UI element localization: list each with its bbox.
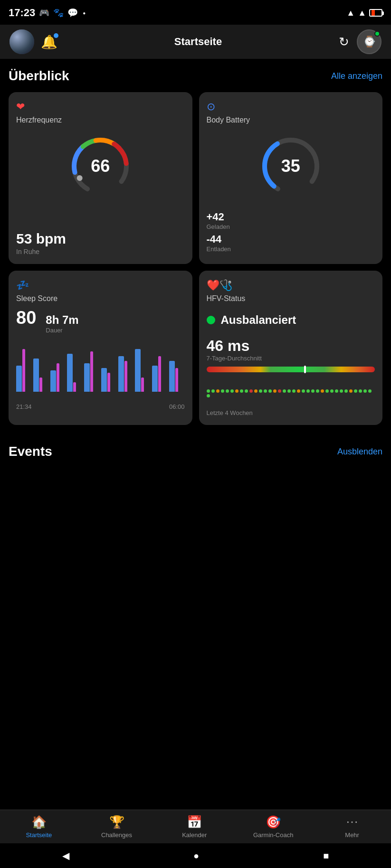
battery-label: Body Battery [207,116,375,124]
hfv-dot [287,389,291,393]
hfv-dot [226,389,229,393]
nav-label-garmin-coach: Garmin-Coach [253,831,294,839]
battery-icon-row: ⊙ [207,101,375,113]
watch-avatar[interactable]: ⌚ [357,29,381,54]
hfv-dot [292,389,296,393]
watch-online-dot [374,31,380,37]
hfv-dot [235,389,238,393]
sleep-bar-magenta [39,377,42,392]
wifi-icon: ▲ [346,8,355,18]
sleep-bar-blue [16,366,22,392]
events-title: Events [9,444,52,459]
hfv-dot [283,389,286,393]
mehr-icon: ⋯ [346,815,358,830]
hfv-dot [273,389,277,393]
sleep-card[interactable]: 💤 Sleep Score 80 8h 7m Dauer 21:34 06:00 [9,271,192,425]
sleep-duration-value: 8h 7m [46,313,78,327]
herz-main-value: 53 bpm [16,231,185,247]
android-recent-btn[interactable]: ■ [323,850,329,861]
charged-value: +42 [207,211,375,223]
nav-item-kalender[interactable]: 📅 Kalender [175,815,213,839]
bell-wrapper[interactable]: 🔔 [41,34,57,50]
sleep-bar-blue [169,361,175,392]
sleep-label: Sleep Score [16,294,185,303]
sleep-bar-group [50,363,66,392]
events-header: Events Ausblenden [0,444,391,459]
nav-item-startseite[interactable]: 🏠 Startseite [20,815,58,839]
hfv-status-text: Ausbalanciert [221,313,296,327]
hfv-status-row: Ausbalanciert [207,313,375,327]
nav-item-challenges[interactable]: 🏆 Challenges [98,815,136,839]
challenges-icon: 🏆 [109,815,124,830]
hfv-dot [306,389,310,393]
body-battery-icon: ⊙ [207,101,215,113]
sleep-bar-magenta [57,363,59,392]
hfv-dot [245,389,248,393]
hfv-icon-row: ❤‍🩺 [207,279,375,292]
hfv-dot [221,389,224,393]
overview-header: Überblick Alle anzeigen [9,68,382,84]
nav-right: ↻ ⌚ [339,29,381,54]
herzfrequenz-card[interactable]: ❤ Herzfrequenz 66 [9,92,192,264]
events-hide-link[interactable]: Ausblenden [337,447,382,457]
status-time: 17:23 [9,7,35,19]
hfv-dot [249,389,253,393]
android-home-btn[interactable]: ● [193,850,199,861]
hfv-dot [363,389,367,393]
android-back-btn[interactable]: ◀ [62,850,69,861]
sleep-bar-group [118,356,134,392]
hfv-dot [321,389,324,393]
hfv-weeks-label: Letzte 4 Wochen [207,409,375,416]
hfv-dot [344,389,348,393]
herz-label: Herzfrequenz [16,116,185,124]
nav-item-garmin-coach[interactable]: 🎯 Garmin-Coach [253,815,294,839]
hfv-card[interactable]: ❤‍🩺 HFV-Status Ausbalanciert 46 ms 7-Tag… [199,271,383,425]
nav-item-mehr[interactable]: ⋯ Mehr [333,815,371,839]
hfv-dot [325,389,329,393]
nav-label-kalender: Kalender [182,831,207,839]
status-bar: 17:23 🎮 🐾 💬 ● ▲ ▲ [0,0,391,25]
hfv-icon: ❤‍🩺 [207,279,232,292]
sim2-icon: 🐾 [53,8,64,18]
sleep-bar-blue [135,349,141,392]
sleep-bar-blue [152,366,158,392]
battery-icon [369,9,382,17]
sleep-bar-blue [67,354,73,392]
refresh-icon[interactable]: ↻ [339,35,349,49]
hfv-avg-label: 7-Tage-Durchschnitt [207,355,375,362]
sleep-bar-magenta [107,373,110,392]
top-nav: 🔔 Startseite ↻ ⌚ [0,25,391,59]
nav-label-startseite: Startseite [26,831,52,839]
hfv-dot [359,389,362,393]
show-all-link[interactable]: Alle anzeigen [331,71,382,81]
hfv-bar-marker [304,366,306,373]
sleep-bar-blue [118,356,124,392]
bottom-nav: 🏠 Startseite 🏆 Challenges 📅 Kalender 🎯 G… [0,810,391,843]
sleep-icon: 💤 [16,279,29,292]
calendar-icon: 📅 [187,815,202,830]
sleep-bar-group [67,354,83,392]
sleep-bar-blue [84,363,90,392]
hfv-dot [207,389,210,393]
sleep-bar-blue [101,368,107,392]
battery-gauge: 35 [207,133,375,199]
overview-title: Überblick [9,68,69,84]
hfv-ms-value: 46 ms [207,337,375,355]
sleep-time-end: 06:00 [169,403,185,410]
battery-gauge-value: 35 [281,156,300,176]
coach-icon: 🎯 [266,815,281,830]
signal-icon: ▲ [358,8,366,18]
hfv-dot [254,389,257,393]
hfv-dot [278,389,281,393]
hfv-dot [230,389,234,393]
herz-gauge: 66 [16,133,185,199]
sleep-bar-magenta [22,349,25,392]
chat-icon: 💬 [67,8,78,18]
hfv-dot [297,389,300,393]
body-battery-card[interactable]: ⊙ Body Battery 35 +42 Geladen -44 Entlad… [199,92,383,264]
sleep-bar-group [16,349,32,392]
nav-label-challenges: Challenges [101,831,132,839]
user-avatar[interactable] [10,29,34,54]
sim1-icon: 🎮 [39,8,49,18]
discharged-value: -44 [207,233,375,245]
